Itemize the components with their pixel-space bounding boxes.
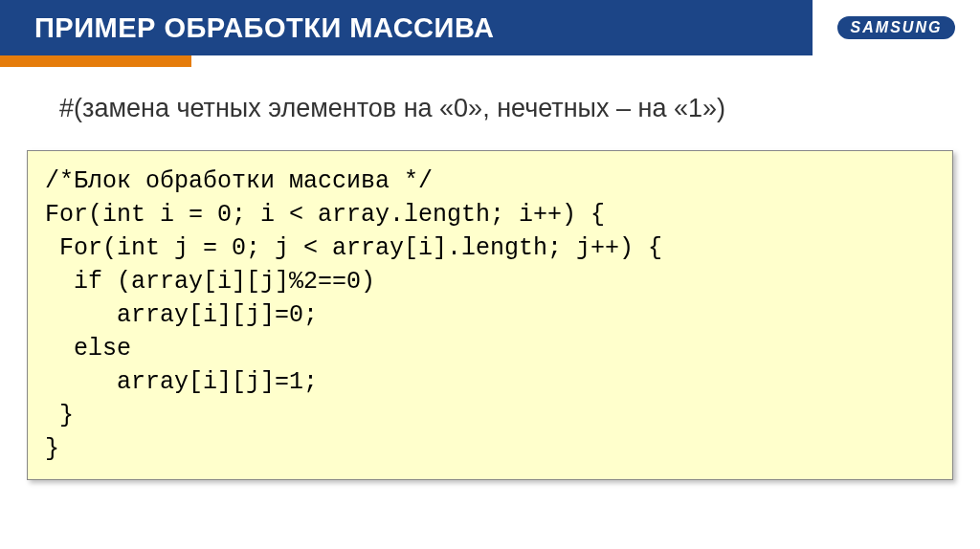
code-line: }: [45, 402, 74, 429]
code-block: /*Блок обработки массива */ For(int i = …: [27, 150, 953, 480]
code-line: array[i][j]=1;: [45, 368, 318, 396]
code-line: if (array[i][j]%2==0): [45, 268, 375, 296]
code-line: /*Блок обработки массива */: [45, 167, 433, 195]
code-line: else: [45, 335, 131, 362]
code-line: }: [45, 435, 59, 463]
slide-subtitle: #(замена четных элементов на «0», нечетн…: [59, 94, 942, 123]
slide-title: ПРИМЕР ОБРАБОТКИ МАССИВА: [34, 12, 494, 44]
code-line: For(int i = 0; i < array.length; i++) {: [45, 201, 605, 229]
code-line: array[i][j]=0;: [45, 301, 318, 329]
slide-header: ПРИМЕР ОБРАБОТКИ МАССИВА SAMSUNG: [0, 0, 980, 55]
logo-area: SAMSUNG: [813, 0, 980, 55]
code-line: For(int j = 0; j < array[i].length; j++)…: [45, 234, 662, 262]
samsung-logo: SAMSUNG: [837, 16, 956, 39]
title-block: ПРИМЕР ОБРАБОТКИ МАССИВА: [0, 0, 813, 55]
accent-bar: [0, 55, 191, 67]
